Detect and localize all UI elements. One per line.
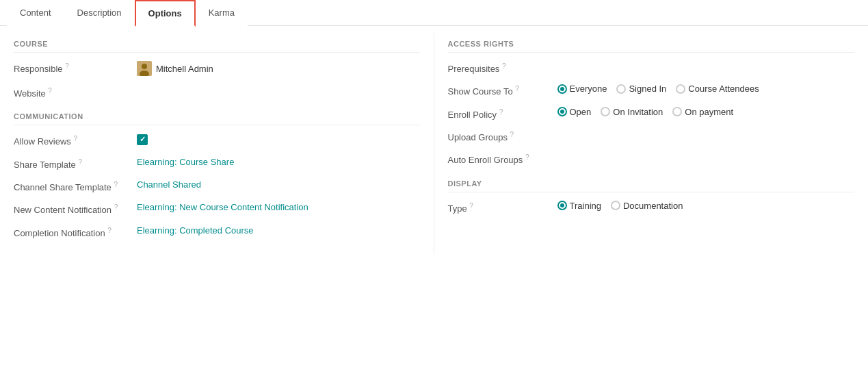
checkbox-allow-reviews[interactable] — [137, 134, 148, 145]
enroll-policy-label: Enroll Policy ? — [448, 107, 557, 120]
allow-reviews-label: Allow Reviews ? — [14, 134, 137, 147]
website-help-icon[interactable]: ? — [48, 87, 52, 94]
new-content-notification-value[interactable]: Elearning: New Course Content Notificati… — [137, 202, 420, 212]
type-training[interactable]: Training — [557, 201, 601, 211]
completion-notification-link[interactable]: Elearning: Completed Course — [137, 225, 254, 236]
channel-share-template-row: Channel Share Template ? Channel Shared — [14, 179, 420, 192]
show-course-to-label: Show Course To ? — [448, 84, 557, 97]
upload-groups-row: Upload Groups ? — [448, 129, 855, 142]
share-template-label: Share Template ? — [14, 157, 137, 170]
radio-on-invitation-label: On Invitation — [613, 107, 663, 117]
radio-course-attendees[interactable] — [676, 84, 685, 94]
show-course-to-help-icon[interactable]: ? — [515, 85, 519, 92]
communication-section: COMMUNICATION Allow Reviews ? Share Temp… — [14, 112, 420, 238]
allow-reviews-row: Allow Reviews ? — [14, 134, 420, 147]
enroll-policy-open[interactable]: Open — [557, 107, 592, 117]
tabs-container: Content Description Options Karma — [0, 0, 868, 26]
show-course-to-everyone[interactable]: Everyone — [557, 84, 607, 94]
website-field-row: Website ? — [14, 86, 420, 99]
enroll-policy-on-invitation[interactable]: On Invitation — [601, 107, 663, 117]
upload-groups-label: Upload Groups ? — [448, 129, 557, 142]
svg-point-1 — [142, 64, 147, 69]
allow-reviews-help-icon[interactable]: ? — [73, 135, 77, 142]
tab-options[interactable]: Options — [135, 0, 196, 27]
type-help-icon[interactable]: ? — [469, 202, 473, 210]
main-content: COURSE Responsible ? Mitchell Admin — [0, 26, 868, 262]
type-options: Training Documentation — [557, 201, 855, 211]
auto-enroll-groups-label: Auto Enroll Groups ? — [448, 152, 557, 165]
radio-on-payment[interactable] — [672, 107, 682, 116]
channel-share-template-value[interactable]: Channel Shared — [137, 179, 420, 190]
share-template-help-icon[interactable]: ? — [78, 158, 82, 166]
communication-section-title: COMMUNICATION — [14, 112, 420, 125]
share-template-link[interactable]: Elearning: Course Share — [137, 157, 234, 167]
new-content-notification-label: New Content Notification ? — [14, 202, 137, 215]
radio-course-attendees-label: Course Attendees — [688, 84, 759, 94]
type-documentation[interactable]: Documentation — [611, 201, 683, 211]
show-course-to-course-attendees[interactable]: Course Attendees — [676, 84, 759, 94]
avatar — [137, 61, 152, 76]
prerequisites-help-icon[interactable]: ? — [502, 62, 506, 70]
show-course-to-options: Everyone Signed In Course Attendees — [557, 84, 855, 94]
radio-on-invitation[interactable] — [601, 107, 610, 116]
radio-signed-in-label: Signed In — [629, 84, 666, 94]
radio-training[interactable] — [557, 201, 567, 210]
type-label: Type ? — [448, 201, 557, 214]
responsible-value: Mitchell Admin — [137, 61, 420, 76]
type-radio-group: Training Documentation — [557, 201, 855, 211]
allow-reviews-checkbox[interactable] — [137, 134, 420, 145]
website-label: Website ? — [14, 86, 137, 99]
responsible-help-icon[interactable]: ? — [65, 62, 69, 70]
show-course-to-signed-in[interactable]: Signed In — [616, 84, 666, 94]
channel-share-template-link[interactable]: Channel Shared — [137, 179, 201, 190]
radio-open[interactable] — [557, 107, 567, 116]
auto-enroll-groups-help-icon[interactable]: ? — [525, 153, 529, 161]
share-template-row: Share Template ? Elearning: Course Share — [14, 157, 420, 170]
completion-notification-help-icon[interactable]: ? — [107, 227, 111, 234]
enroll-policy-options: Open On Invitation On payment — [557, 107, 855, 117]
right-panel: ACCESS RIGHTS Prerequisites ? Show Cours… — [434, 33, 869, 255]
enroll-policy-radio-group: Open On Invitation On payment — [557, 107, 855, 117]
show-course-to-radio-group: Everyone Signed In Course Attendees — [557, 84, 855, 94]
radio-everyone-label: Everyone — [570, 84, 607, 94]
responsible-label: Responsible ? — [14, 61, 137, 74]
radio-open-label: Open — [570, 107, 592, 117]
completion-notification-label: Completion Notification ? — [14, 225, 137, 238]
radio-documentation-label: Documentation — [623, 201, 683, 211]
radio-signed-in[interactable] — [616, 84, 626, 94]
new-content-notification-link[interactable]: Elearning: New Course Content Notificati… — [137, 202, 308, 212]
responsible-name: Mitchell Admin — [156, 64, 213, 74]
upload-groups-help-icon[interactable]: ? — [510, 131, 514, 138]
auto-enroll-groups-row: Auto Enroll Groups ? — [448, 152, 855, 165]
new-content-notification-row: New Content Notification ? Elearning: Ne… — [14, 202, 420, 215]
course-section-title: COURSE — [14, 40, 420, 53]
channel-share-template-help-icon[interactable]: ? — [114, 181, 118, 188]
radio-documentation[interactable] — [611, 201, 620, 210]
share-template-value[interactable]: Elearning: Course Share — [137, 157, 420, 167]
prerequisites-label: Prerequisites ? — [448, 61, 557, 74]
radio-on-payment-label: On payment — [685, 107, 733, 117]
type-row: Type ? Training Documentation — [448, 201, 855, 214]
completion-notification-value[interactable]: Elearning: Completed Course — [137, 225, 420, 236]
left-panel: COURSE Responsible ? Mitchell Admin — [0, 33, 434, 255]
enroll-policy-help-icon[interactable]: ? — [499, 108, 503, 116]
enroll-policy-row: Enroll Policy ? Open On Invitation On p — [448, 107, 855, 120]
access-rights-section-title: ACCESS RIGHTS — [448, 40, 855, 53]
radio-training-label: Training — [570, 201, 601, 211]
show-course-to-row: Show Course To ? Everyone Signed In Cou — [448, 84, 855, 97]
tab-content[interactable]: Content — [7, 0, 64, 26]
display-section-title: DISPLAY — [448, 179, 855, 192]
tab-description[interactable]: Description — [64, 0, 135, 26]
enroll-policy-on-payment[interactable]: On payment — [672, 107, 733, 117]
responsible-field-row: Responsible ? Mitchell Admin — [14, 61, 420, 76]
tab-karma[interactable]: Karma — [196, 0, 248, 26]
channel-share-template-label: Channel Share Template ? — [14, 179, 137, 192]
radio-everyone[interactable] — [557, 84, 567, 94]
completion-notification-row: Completion Notification ? Elearning: Com… — [14, 225, 420, 238]
new-content-notification-help-icon[interactable]: ? — [114, 203, 118, 211]
prerequisites-row: Prerequisites ? — [448, 61, 855, 74]
display-section: DISPLAY Type ? Training Docume — [448, 179, 855, 214]
